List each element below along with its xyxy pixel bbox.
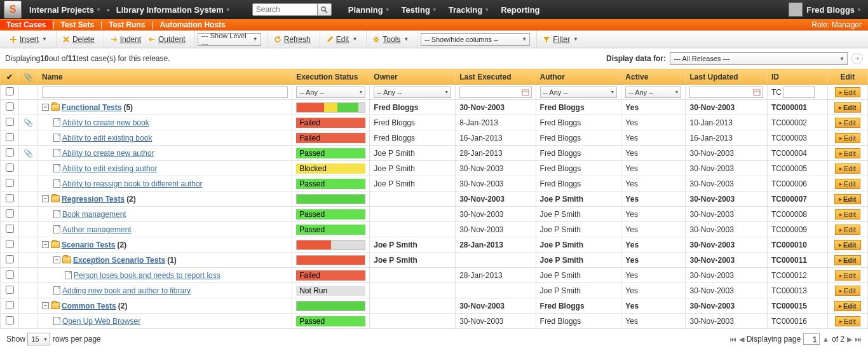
row-edit-button[interactable]: Edit: [834, 301, 861, 311]
app-logo[interactable]: S: [4, 1, 22, 18]
row-edit-button[interactable]: Edit: [835, 316, 860, 326]
row-name-link[interactable]: Ability to reassign book to different au…: [62, 179, 203, 188]
prev-page-icon[interactable]: ◀: [739, 335, 744, 344]
row-edit-button[interactable]: Edit: [835, 179, 860, 189]
row-edit-button[interactable]: Edit: [834, 102, 861, 113]
user-menu[interactable]: Fred Bloggs▼: [782, 3, 868, 17]
col-check[interactable]: ✔: [1, 69, 19, 85]
breadcrumb-project[interactable]: Internal Projects▼: [25, 5, 105, 15]
row-name-link[interactable]: Adding new book and author to library: [62, 286, 191, 295]
col-id[interactable]: ID: [767, 69, 827, 85]
row-edit-button[interactable]: Edit: [835, 164, 860, 174]
expander-icon[interactable]: −: [53, 256, 60, 263]
col-attachment[interactable]: 📎: [19, 69, 37, 85]
row-edit-button[interactable]: Edit: [834, 194, 861, 204]
row-name-link[interactable]: Open Up Web Browser: [62, 317, 140, 326]
row-checkbox[interactable]: [6, 148, 14, 157]
row-name-link[interactable]: Book management: [62, 210, 126, 219]
row-name-link[interactable]: Functional Tests: [62, 103, 121, 112]
page-input[interactable]: [803, 333, 820, 345]
row-name-link[interactable]: Ability to create new author: [62, 149, 154, 158]
filter-owner[interactable]: -- Any --: [374, 87, 451, 98]
indent-button[interactable]: Indent: [107, 34, 144, 45]
row-name-link[interactable]: Scenario Tests: [62, 240, 115, 249]
filter-name[interactable]: [42, 87, 288, 98]
expander-icon[interactable]: −: [42, 104, 49, 111]
row-name-link[interactable]: Regression Tests: [62, 195, 125, 204]
row-checkbox[interactable]: [6, 133, 14, 141]
row-edit-button[interactable]: Edit: [835, 148, 860, 158]
subnav-tab[interactable]: Test Cases: [0, 20, 52, 29]
menu-tracking[interactable]: Tracking▼: [449, 5, 489, 15]
col-active[interactable]: Active: [621, 69, 686, 85]
row-checkbox[interactable]: [6, 286, 14, 294]
row-edit-button[interactable]: Edit: [835, 118, 860, 128]
subnav-tab[interactable]: Test Sets: [55, 20, 100, 29]
row-edit-button[interactable]: Edit: [834, 240, 861, 250]
refresh-button[interactable]: Refresh: [271, 34, 313, 45]
go-icon[interactable]: ➜: [851, 53, 863, 64]
release-select[interactable]: --- All Releases ---: [670, 52, 848, 65]
search-input[interactable]: [252, 3, 318, 16]
subnav-tab[interactable]: Test Runs: [102, 20, 151, 29]
search-button[interactable]: [318, 3, 332, 16]
row-checkbox[interactable]: [6, 209, 14, 218]
subnav-tab[interactable]: Automation Hosts: [153, 20, 231, 29]
col-exec[interactable]: Execution Status: [292, 69, 370, 85]
delete-button[interactable]: Delete: [59, 34, 97, 45]
breadcrumb-module[interactable]: Library Information System▼: [112, 5, 234, 15]
filter-button[interactable]: Filter▼: [539, 34, 581, 45]
row-checkbox[interactable]: [6, 194, 14, 202]
row-checkbox[interactable]: [6, 240, 14, 248]
filter-id[interactable]: [783, 87, 815, 98]
last-page-icon[interactable]: ⏭: [855, 335, 862, 343]
expander-icon[interactable]: −: [42, 195, 49, 202]
menu-reporting[interactable]: Reporting: [501, 5, 539, 15]
filter-edit-button[interactable]: Edit: [835, 87, 860, 97]
col-owner[interactable]: Owner: [370, 69, 456, 85]
row-name-link[interactable]: Ability to edit existing book: [62, 134, 152, 143]
filter-active[interactable]: -- Any --: [625, 87, 681, 98]
filter-lastexec[interactable]: [459, 87, 531, 98]
row-checkbox[interactable]: [6, 225, 14, 233]
row-checkbox[interactable]: [6, 164, 14, 172]
filter-exec[interactable]: -- Any --: [296, 87, 365, 98]
row-checkbox[interactable]: [6, 301, 14, 309]
row-edit-button[interactable]: Edit: [835, 133, 860, 143]
row-name-link[interactable]: Ability to edit existing author: [62, 164, 157, 173]
select-all-checkbox[interactable]: [6, 87, 14, 95]
filter-author[interactable]: -- Any --: [540, 87, 618, 98]
insert-button[interactable]: Insert▼: [6, 34, 50, 45]
row-edit-button[interactable]: Edit: [835, 209, 860, 219]
rows-per-page-select[interactable]: 15: [27, 333, 50, 345]
row-checkbox[interactable]: [6, 118, 14, 126]
menu-testing[interactable]: Testing▼: [402, 5, 437, 15]
row-edit-button[interactable]: Edit: [835, 286, 860, 296]
show-level-select[interactable]: --- Show Level ---: [198, 33, 261, 46]
edit-button[interactable]: Edit▼: [323, 34, 360, 45]
row-edit-button[interactable]: Edit: [835, 225, 860, 235]
first-page-icon[interactable]: ⏮: [729, 335, 736, 343]
row-edit-button[interactable]: Edit: [835, 270, 860, 281]
col-author[interactable]: Author: [536, 69, 621, 85]
col-lastexec[interactable]: Last Executed: [456, 69, 536, 85]
expander-icon[interactable]: −: [42, 241, 49, 248]
outdent-button[interactable]: Outdent: [145, 34, 188, 45]
row-name-link[interactable]: Exception Scenario Tests: [73, 256, 165, 265]
row-name-link[interactable]: Author management: [62, 225, 132, 234]
row-checkbox[interactable]: [6, 316, 14, 324]
col-name[interactable]: Name: [37, 69, 292, 85]
tools-button[interactable]: Tools▼: [369, 34, 411, 45]
row-name-link[interactable]: Ability to create new book: [62, 118, 149, 127]
filter-lastupd[interactable]: [689, 87, 763, 98]
row-checkbox[interactable]: [6, 255, 14, 263]
row-name-link[interactable]: Common Tests: [62, 302, 116, 310]
expander-icon[interactable]: −: [42, 302, 49, 309]
row-checkbox[interactable]: [6, 179, 14, 187]
row-name-link[interactable]: Person loses book and needs to report lo…: [74, 271, 220, 280]
row-edit-button[interactable]: Edit: [834, 255, 861, 265]
col-edit[interactable]: Edit: [827, 69, 867, 85]
menu-planning[interactable]: Planning▼: [348, 5, 390, 15]
showhide-columns-select[interactable]: -- Show/hide columns --: [421, 33, 530, 46]
row-checkbox[interactable]: [6, 270, 14, 279]
